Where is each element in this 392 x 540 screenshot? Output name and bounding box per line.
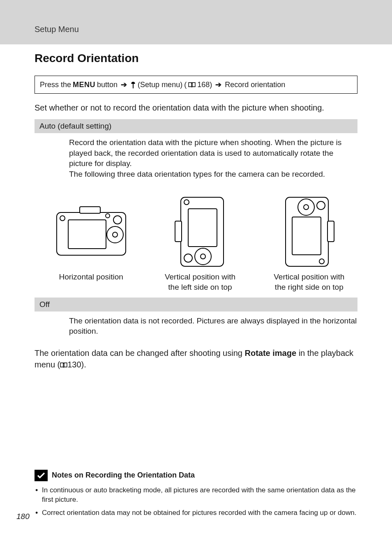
caption-vr-1: Vertical position with xyxy=(274,272,344,281)
arrow-icon: ➔ xyxy=(214,80,223,89)
camera-vertical-left-icon xyxy=(173,195,227,268)
book-icon xyxy=(188,81,196,89)
intro-text: Set whether or not to record the orienta… xyxy=(35,102,357,113)
note-item: Correct orientation data may not be obta… xyxy=(35,508,357,518)
svg-point-20 xyxy=(319,259,324,264)
caption-horizontal: Horizontal position xyxy=(59,272,123,282)
svg-point-14 xyxy=(184,254,192,262)
caption-vr-2: the right side on top xyxy=(275,283,344,291)
camera-orientation-row: Horizontal position Vertical position wi… xyxy=(35,195,357,293)
svg-rect-16 xyxy=(327,221,334,242)
svg-point-13 xyxy=(184,200,189,205)
notes-section: Notes on Recording the Orientation Data … xyxy=(35,470,357,521)
page-ref-1: 168) xyxy=(197,81,212,89)
option-auto-body1: Record the orientation data with the pic… xyxy=(69,137,357,169)
caption-vertical-right: Vertical position with the right side on… xyxy=(274,272,344,293)
after-bold: Rotate image xyxy=(244,348,296,358)
camera-horizontal: Horizontal position xyxy=(43,195,139,293)
page-ref-open: ( xyxy=(184,81,187,89)
checkmark-badge-icon xyxy=(35,470,48,481)
book-icon xyxy=(60,360,67,369)
arrow-icon: ➔ xyxy=(119,80,129,89)
svg-rect-17 xyxy=(292,217,321,255)
option-auto-body: Record the orientation data with the pic… xyxy=(35,136,357,185)
press-label: Press the xyxy=(40,81,71,89)
caption-vertical-left: Vertical position with the left side on … xyxy=(165,272,235,293)
notes-list: In continuous or auto bracketing mode, a… xyxy=(35,485,357,518)
caption-vl-2: the left side on top xyxy=(168,283,232,291)
svg-point-4 xyxy=(113,232,118,237)
page-number: 180 xyxy=(16,512,30,521)
button-word: button xyxy=(97,81,118,89)
setup-menu-label: (Setup menu) xyxy=(138,81,182,89)
target-label: Record orientation xyxy=(225,81,285,89)
svg-point-12 xyxy=(201,254,205,259)
after-t1: The orientation data can be changed afte… xyxy=(35,348,244,358)
camera-horizontal-icon xyxy=(55,195,127,268)
option-auto-body2: The following three data orientation typ… xyxy=(69,169,357,180)
camera-vertical-right-icon xyxy=(282,195,336,268)
option-auto-header: Auto (default setting) xyxy=(35,119,357,133)
page-title: Record Orientation xyxy=(35,52,357,65)
after-page-ref: 130). xyxy=(67,360,86,369)
note-item: In continuous or auto bracketing mode, a… xyxy=(35,485,357,505)
option-off-body: The orientation data is not recorded. Pi… xyxy=(35,315,357,342)
breadcrumb: Setup Menu xyxy=(35,25,79,34)
svg-rect-9 xyxy=(175,221,182,242)
page-body: Record Orientation Press the MENU button… xyxy=(0,44,392,540)
wrench-icon xyxy=(130,81,136,89)
caption-vl-1: Vertical position with xyxy=(165,272,235,281)
svg-rect-10 xyxy=(188,209,217,247)
header-band: Setup Menu xyxy=(0,0,392,44)
menu-button-word: MENU xyxy=(73,81,95,89)
svg-point-6 xyxy=(113,216,122,224)
option-off-header: Off xyxy=(35,298,357,312)
menu-path-box: Press the MENU button ➔ (Setup menu) ( 1… xyxy=(35,76,357,94)
camera-vertical-right: Vertical position with the right side on… xyxy=(261,195,357,293)
notes-heading: Notes on Recording the Orientation Data xyxy=(35,470,357,481)
after-text: The orientation data can be changed afte… xyxy=(35,347,357,370)
svg-point-7 xyxy=(106,214,110,218)
notes-title: Notes on Recording the Orientation Data xyxy=(52,471,195,480)
camera-vertical-left: Vertical position with the left side on … xyxy=(152,195,248,293)
svg-rect-1 xyxy=(80,207,100,213)
svg-rect-2 xyxy=(68,220,106,249)
svg-point-21 xyxy=(317,201,325,210)
svg-point-19 xyxy=(304,205,309,210)
svg-point-5 xyxy=(60,216,65,221)
